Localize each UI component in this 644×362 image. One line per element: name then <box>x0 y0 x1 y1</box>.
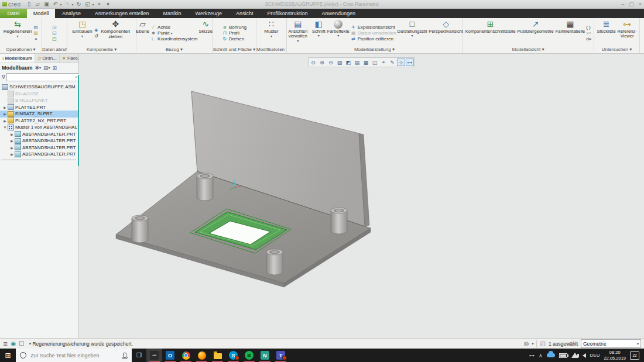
open-file-icon[interactable]: ▱ <box>34 1 41 8</box>
copy-geometry-icon[interactable]: ◰ <box>52 36 57 42</box>
tree-settings-icon[interactable]: ✱ <box>35 65 40 71</box>
message-log-icon[interactable]: ≣ <box>3 340 8 347</box>
standoff-front[interactable] <box>266 249 283 275</box>
darstellungsstil-button[interactable]: □ Darstellungsstil ▾ <box>396 19 427 47</box>
group-label-untersuchen[interactable]: Untersuchen ▾ <box>594 47 639 53</box>
relations-button[interactable]: d= <box>586 36 591 42</box>
orientation-mode-icon[interactable]: ⊶ <box>406 58 414 66</box>
perspektivansicht-button[interactable]: ◇ Perspektivansicht <box>428 19 464 47</box>
expand-arrow[interactable]: ▶ <box>9 146 15 150</box>
einbauen-button[interactable]: ◳ Einbauen ▾ <box>72 19 93 47</box>
expand-arrow[interactable]: ▶ <box>9 139 15 143</box>
taskbar-app-notes[interactable]: N <box>257 349 273 362</box>
stueckliste-button[interactable]: ≣ Stückliste <box>596 19 616 47</box>
window-manager-icon[interactable]: ◱ <box>84 1 91 8</box>
regenerieren-button[interactable]: ⇆ Regenerieren ▾ <box>3 19 32 47</box>
tree-item-abstandshalter[interactable]: ▶ ABSTANDSHALTER.PRT <box>0 144 78 151</box>
group-label-schnitt-und-flaeche[interactable]: Schnitt und Fläche ▾ <box>213 47 256 53</box>
koordinatensystem-button[interactable]: ∟ Koordinatensystem <box>150 36 197 42</box>
zoom-out-icon[interactable]: ⊖ <box>327 58 335 66</box>
tree-columns-icon[interactable]: ▤ <box>43 65 49 71</box>
undo-icon[interactable]: ↶ <box>52 1 59 8</box>
komponentenschnittstelle-button[interactable]: ⊞ Komponentenschnittstelle <box>465 19 516 47</box>
ansichten-verwalten-button[interactable]: ▤ Ansichten verwalten ▾ <box>285 19 311 47</box>
tab-profilkonstruktion[interactable]: Profilkonstruktion <box>260 9 314 18</box>
dropdown-icon[interactable]: ▾ <box>49 65 50 70</box>
window-dropdown-icon[interactable]: ▾ <box>92 2 94 6</box>
task-view-button[interactable]: ❐ <box>132 349 146 362</box>
profil-button[interactable]: ⊓ Profil <box>222 30 246 36</box>
select-box-icon[interactable]: ◰ <box>540 340 545 347</box>
battery-icon[interactable] <box>559 353 567 358</box>
restructure-icon[interactable]: ↺ <box>93 33 99 39</box>
tree-item-abstandshalter[interactable]: ▶ ABSTANDSHALTER.PRT <box>0 131 78 138</box>
tab-datei[interactable]: Datei <box>0 9 27 18</box>
muster-button[interactable]: ∷ Muster ▾ <box>263 19 279 47</box>
komponenten-ziehen-button[interactable]: ✥ Komponenten ziehen <box>100 19 131 47</box>
selection-filter-dropdown[interactable]: Geometrie ▾ <box>581 339 641 348</box>
group-label-komponente[interactable]: Komponente ▾ <box>67 47 136 53</box>
taskbar-app-outlook[interactable]: O <box>162 349 178 362</box>
group-label-daten-abrufen[interactable]: Daten abrufen ▾ <box>42 47 67 53</box>
tree-item-csys[interactable]: B-NULLPUNKT <box>0 97 78 104</box>
tree-item-platte2[interactable]: ▶ PLATTE2_NX_PRT.PRT <box>0 118 78 125</box>
tab-modell[interactable]: Modell <box>27 9 55 18</box>
action-center-icon[interactable]: 22 <box>630 351 639 360</box>
taskbar-app-skype[interactable]: S <box>225 349 241 362</box>
message-area-icon[interactable]: ☐ <box>19 340 24 347</box>
delete-icon[interactable]: × <box>33 36 39 42</box>
hidden-icons-chevron[interactable]: ∧ <box>539 353 543 358</box>
close-window-icon[interactable]: × <box>96 1 103 8</box>
tab-werkzeuge[interactable]: Werkzeuge <box>189 9 229 18</box>
redo-dropdown-icon[interactable]: ▾ <box>71 2 73 6</box>
volume-icon[interactable] <box>583 353 586 358</box>
achse-button[interactable]: ∕ Achse <box>150 25 197 30</box>
expand-arrow[interactable]: ▶ <box>9 152 15 156</box>
familientabelle-button[interactable]: ▦ Familientabelle <box>555 19 585 47</box>
tree-item-axis[interactable]: BV-ACHSE <box>0 91 78 98</box>
spin-center-icon[interactable]: ⊹ <box>397 58 405 66</box>
redo-icon[interactable]: ↷ <box>63 1 70 8</box>
web-browser-icon[interactable]: ◉ <box>11 340 16 347</box>
zoom-in-icon[interactable]: ⊕ <box>318 58 326 66</box>
tree-search-box[interactable]: × ▾ <box>6 73 81 81</box>
taskbar-search-box[interactable] <box>16 349 132 362</box>
tab-ansicht[interactable]: Ansicht <box>229 9 261 18</box>
group-label-modelldarstellung[interactable]: Modelldarstellung ▾ <box>287 47 462 53</box>
taskbar-app-firefox[interactable] <box>194 349 210 362</box>
display-style-icon[interactable]: ◩ <box>344 58 352 66</box>
tab-ordner[interactable]: ▱ Ordn... <box>35 54 60 63</box>
taskbar-clock[interactable]: 08:20 22.05.2019 <box>604 350 626 361</box>
group-label-bezug[interactable]: Bezug ▾ <box>136 47 212 53</box>
expand-arrow[interactable]: ▶ <box>2 119 8 123</box>
taskbar-app-teams[interactable]: T <box>273 349 289 362</box>
new-file-icon[interactable]: ▯ <box>25 1 32 8</box>
tab-modellbaum[interactable]: ⁝ Modellbaum <box>0 54 35 63</box>
taskbar-app-creo[interactable]: ∽ <box>146 349 162 362</box>
regenerate-quick-icon[interactable]: ↻ <box>75 1 82 8</box>
language-indicator[interactable]: DEU <box>590 353 600 358</box>
paste-icon[interactable]: ▥ <box>33 30 39 36</box>
tree-search-input[interactable] <box>7 74 74 80</box>
graphics-area[interactable]: ⊙ ⊕ ⊖ ▧ ◩ ▤ ▦ ◫ ⌖ ✎ ⊹ ⊶ <box>79 54 644 338</box>
view-manager-icon[interactable]: ▦ <box>362 58 370 66</box>
expand-arrow[interactable]: ▶ <box>2 112 8 116</box>
filter-funnel-icon[interactable]: ∇ <box>2 74 5 80</box>
datum-display-icon[interactable]: ⌖ <box>379 58 388 66</box>
search-binoculars-icon[interactable]: ◎ <box>524 340 529 347</box>
maximize-button[interactable]: ▢ <box>629 1 634 7</box>
copy-icon[interactable]: ▤ <box>33 25 39 30</box>
save-icon[interactable]: ▣ <box>43 1 50 8</box>
explosionsansicht-button[interactable]: ✳ Explosionsansicht <box>351 25 396 30</box>
display-filters-icon[interactable]: ◫ <box>371 58 379 66</box>
create-component-icon[interactable]: ◈ <box>93 27 99 33</box>
drehen-button[interactable]: ↻ Drehen <box>222 36 246 42</box>
tab-anmerkungen[interactable]: Anmerkungen erstellen <box>88 9 156 18</box>
group-label-operationen[interactable]: Operationen ▾ <box>0 47 42 53</box>
onedrive-icon[interactable] <box>547 353 555 357</box>
dropdown-icon[interactable]: ▾ <box>39 65 41 70</box>
tree-item-platte1[interactable]: ▶ PLATTE1.PRT <box>0 104 78 111</box>
skizze-button[interactable]: ∿ Skizze <box>198 19 214 47</box>
farbeffekte-button[interactable]: Farbeffekte ▾ <box>327 19 350 47</box>
tree-item-einsatz[interactable]: ▶ EINSATZ_SI.PRT <box>0 111 78 118</box>
